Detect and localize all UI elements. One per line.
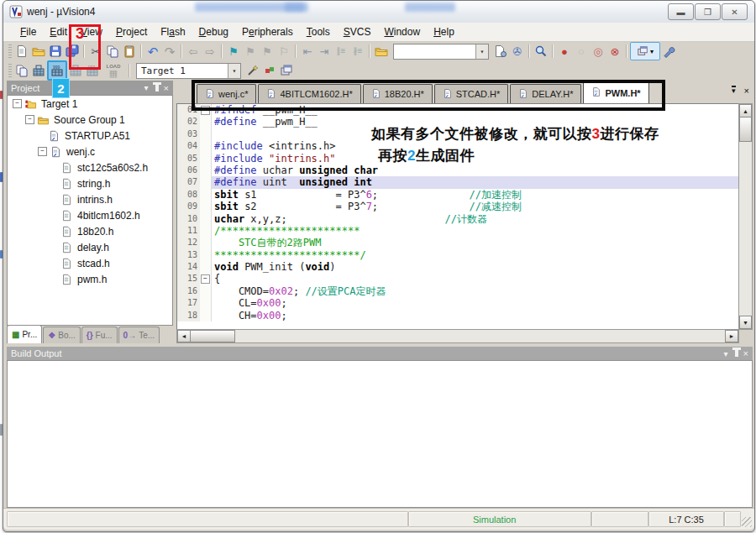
- menu-item-svcs[interactable]: SVCS: [337, 24, 378, 39]
- menu-item-file[interactable]: File: [13, 24, 43, 39]
- code-line-18[interactable]: 18 CH=0x00;: [177, 310, 738, 321]
- kill-all-breakpoints-button[interactable]: ⊗: [606, 43, 623, 60]
- bookmark-toggle-button[interactable]: ⚑: [225, 43, 242, 60]
- editor-hscrollbar[interactable]: ◄ ►: [176, 329, 739, 343]
- maximize-button[interactable]: ❐: [695, 3, 721, 20]
- fold-collapse-icon[interactable]: −: [201, 106, 210, 115]
- document-list-icon[interactable]: ▾: [732, 86, 736, 96]
- find-combo[interactable]: ▾: [393, 44, 489, 60]
- tree-expand-icon[interactable]: −: [38, 147, 47, 156]
- code-line-01[interactable]: 01−#ifndef __pwm_H__: [177, 104, 738, 116]
- translate-button[interactable]: [13, 62, 30, 79]
- chevron-down-icon[interactable]: ▾: [724, 349, 728, 358]
- bookmark-next-button[interactable]: ⚑: [259, 43, 276, 60]
- project-tab-fu[interactable]: {}Fu...: [81, 327, 118, 343]
- build-output-content[interactable]: [7, 360, 753, 508]
- code-line-15[interactable]: 15−{: [177, 273, 738, 285]
- find-in-files-button[interactable]: [373, 43, 390, 60]
- uncomment-button[interactable]: ∦≡: [349, 43, 366, 60]
- download-button[interactable]: LOAD ▦: [101, 62, 126, 79]
- code-line-08[interactable]: 08sbit s1 = P3^6; //加速控制: [177, 189, 738, 201]
- tree-expand-icon[interactable]: −: [13, 99, 22, 108]
- code-line-12[interactable]: 12 STC自带的2路PWM: [177, 237, 738, 248]
- tree-expand-icon[interactable]: −: [25, 115, 34, 124]
- navigate-forward-button[interactable]: ⇨: [202, 43, 218, 60]
- scroll-down-button[interactable]: ▼: [739, 316, 752, 329]
- tree-item-wenj-c[interactable]: −wenj.c: [8, 144, 172, 159]
- redo-button[interactable]: ↷: [161, 43, 178, 60]
- code-line-16[interactable]: 16 CMOD=0x02; //设置PCA定时器: [177, 285, 738, 297]
- manage-components-button[interactable]: [278, 62, 295, 79]
- paste-button[interactable]: [121, 43, 138, 60]
- tree-item-stc12c5a60s2-h[interactable]: stc12c5a60s2.h: [8, 159, 172, 175]
- tree-item-startup-a51[interactable]: STARTUP.A51: [8, 128, 172, 144]
- find-in-files-dialog-button[interactable]: [492, 43, 509, 60]
- code-line-13[interactable]: 13************************/: [177, 249, 738, 261]
- close-button[interactable]: ✕: [722, 3, 748, 20]
- vscroll-thumb[interactable]: [739, 117, 752, 142]
- menu-item-debug[interactable]: Debug: [192, 24, 235, 39]
- editor-vscrollbar[interactable]: ▲ ▼: [738, 103, 753, 330]
- code-line-11[interactable]: 11/***********************: [177, 225, 738, 237]
- document-tab-pwmh[interactable]: PWM.H*: [583, 81, 648, 103]
- project-tab-te[interactable]: 0→Te...: [118, 327, 160, 343]
- target-select-dropdown[interactable]: ▾: [228, 64, 240, 78]
- scroll-up-button[interactable]: ▲: [739, 104, 752, 118]
- insert-breakpoint-button[interactable]: ●: [556, 43, 573, 60]
- tree-item-delay-h[interactable]: delay.h: [8, 239, 172, 255]
- bookmark-prev-button[interactable]: ⚑: [242, 43, 259, 60]
- indent-left-button[interactable]: ⇤: [299, 43, 316, 60]
- tree-item-intrins-h[interactable]: intrins.h: [8, 191, 172, 207]
- new-file-button[interactable]: [13, 43, 30, 60]
- copy-button[interactable]: [104, 43, 121, 60]
- pin-icon[interactable]: [735, 350, 738, 357]
- start-debug-button[interactable]: [533, 43, 549, 60]
- fold-margin[interactable]: −: [200, 104, 212, 116]
- chevron-down-icon[interactable]: ▾: [144, 83, 149, 92]
- document-tab-delayh[interactable]: DELAY.H*: [510, 84, 581, 103]
- menu-item-project[interactable]: Project: [109, 24, 154, 39]
- close-document-icon[interactable]: ×: [744, 86, 749, 96]
- scroll-right-button[interactable]: ►: [725, 330, 738, 342]
- open-file-button[interactable]: [30, 43, 47, 60]
- find-combo-dropdown[interactable]: ▾: [475, 44, 488, 59]
- tree-item-target-1[interactable]: −Target 1: [8, 96, 172, 112]
- configure-tools-button[interactable]: [660, 43, 677, 60]
- tree-item-stcad-h[interactable]: stcad.h: [8, 255, 172, 271]
- disable-all-breakpoints-button[interactable]: ◎: [590, 43, 606, 60]
- bookmark-clear-button[interactable]: ⚐: [276, 43, 292, 60]
- fold-collapse-icon[interactable]: −: [201, 274, 210, 284]
- document-tab-wenjc[interactable]: wenj.c*: [197, 84, 256, 103]
- scroll-left-button[interactable]: ◄: [177, 330, 191, 342]
- code-line-17[interactable]: 17 CL=0x00;: [177, 297, 738, 309]
- menu-item-peripherals[interactable]: Peripherals: [235, 24, 300, 39]
- menu-item-tools[interactable]: Tools: [300, 24, 337, 39]
- tree-item-pwm-h[interactable]: pwm.h: [8, 271, 172, 287]
- menu-item-flash[interactable]: Flash: [154, 24, 192, 39]
- file-extensions-button[interactable]: [261, 62, 278, 79]
- code-line-09[interactable]: 09sbit s2 = P3^7; //减速控制: [177, 201, 738, 212]
- build-button[interactable]: [30, 62, 47, 79]
- hscroll-thumb[interactable]: [190, 330, 235, 342]
- project-tab-bo[interactable]: ❖Bo...: [43, 327, 81, 343]
- code-line-14[interactable]: 14void PWM_init (void): [177, 261, 738, 273]
- save-button[interactable]: [47, 43, 64, 60]
- document-tab-stcadh[interactable]: STCAD.H*: [434, 84, 509, 103]
- tree-item-18b20-h[interactable]: 18b20.h: [8, 223, 172, 239]
- navigate-back-button[interactable]: ⇦: [185, 43, 202, 60]
- window-layout-button[interactable]: ▾: [630, 42, 660, 60]
- menu-item-help[interactable]: Help: [427, 24, 461, 39]
- toolbar-grip[interactable]: [8, 64, 12, 77]
- resize-grip[interactable]: [742, 517, 752, 527]
- minimize-button[interactable]: ▬: [668, 3, 694, 20]
- undo-button[interactable]: ↶: [144, 43, 161, 60]
- project-tab-pr[interactable]: ▦Pr...: [7, 325, 42, 343]
- debug-session-button[interactable]: ✇: [509, 43, 526, 60]
- code-line-06[interactable]: 06#define uchar unsigned char: [177, 165, 738, 176]
- close-icon[interactable]: ×: [743, 348, 748, 358]
- target-select[interactable]: Target 1 ▾: [136, 63, 241, 79]
- document-tab-4bitlcm1602h[interactable]: 4BITLCM1602.H*: [258, 84, 360, 103]
- toolbar-grip[interactable]: [8, 44, 12, 58]
- enable-breakpoint-button[interactable]: ○: [573, 43, 590, 60]
- pin-icon[interactable]: [155, 85, 159, 91]
